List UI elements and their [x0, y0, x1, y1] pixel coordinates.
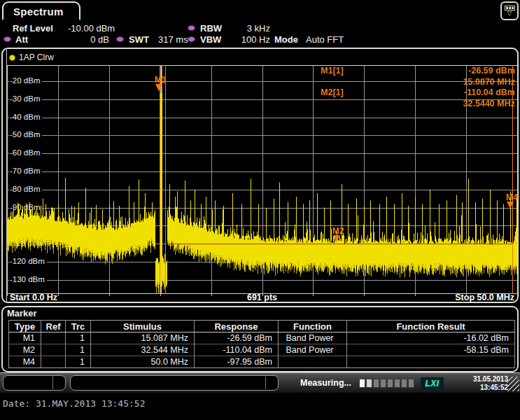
marker-arrow-icon: [507, 202, 514, 209]
mode-label: Mode: [274, 34, 298, 45]
marker-table-cell: M1: [9, 332, 41, 344]
readout-marker-freq: 32.5440 MHz: [463, 99, 515, 110]
marker-table-cell: 32.544 MHz: [91, 344, 195, 356]
progress-segment: [359, 379, 365, 388]
swt-value[interactable]: 317 ms: [158, 34, 188, 45]
marker-table-header: Type: [9, 321, 41, 332]
marker-table-row[interactable]: M1115.087 MHz-26.59 dBmBand Power-16.02 …: [9, 332, 515, 344]
x-tick: [517, 293, 518, 296]
marker-label: M1: [155, 76, 167, 84]
band-power-display-line: [165, 244, 512, 244]
marker-arrow-icon: [333, 235, 340, 242]
statusbar-time: 13:45:52: [473, 384, 508, 392]
progress-segment: [380, 379, 386, 388]
marker-table-cell: -58.15 dBm: [347, 344, 515, 356]
marker-table-cell: 15.087 MHz: [91, 332, 195, 344]
swt-label: SWT: [129, 34, 149, 45]
att-coupling-bullet: [3, 36, 11, 42]
chevron-down-icon: ▽: [507, 10, 512, 17]
m1-band-left-line: [160, 65, 160, 294]
progress-segment: [366, 379, 372, 388]
marker-table-cell: -16.02 dBm: [347, 332, 515, 344]
ref-level-label: Ref Level: [13, 23, 53, 34]
measuring-status: Measuring...: [300, 378, 351, 388]
sweep-progress-bar: [359, 379, 414, 388]
readout-marker-name: M1[1]: [321, 66, 344, 77]
plot-marker-m1[interactable]: M1: [155, 76, 167, 91]
marker-table-cell: -110.04 dBm: [195, 344, 279, 356]
ref-level-value[interactable]: -10.00 dBm: [68, 23, 115, 34]
trace-legend[interactable]: 1AP Clrw: [9, 52, 54, 63]
rbw-value[interactable]: 3 kHz: [231, 23, 270, 34]
trace1-label: 1AP Clrw: [19, 52, 54, 62]
att-value[interactable]: 0 dB: [42, 34, 109, 45]
readout-marker-freq: 15.0870 MHz: [463, 77, 515, 88]
swt-coupling-bullet: [116, 36, 124, 42]
marker-table-header: Response: [195, 321, 279, 332]
progress-segment: [408, 379, 414, 388]
marker-table-cell: [41, 356, 66, 368]
marker-table-cell: M2: [9, 344, 41, 356]
trace-canvas: [7, 65, 517, 294]
progress-segment: [401, 379, 407, 388]
marker-table-cell: Band Power: [279, 332, 347, 344]
marker-table-cell: 1: [66, 344, 91, 356]
statusbar-date: 31.05.2013: [473, 375, 508, 384]
statusbar-datetime: 31.05.2013 13:45:52: [473, 375, 508, 391]
marker-arrow-icon: [155, 84, 162, 91]
tab-spectrum[interactable]: Spectrum: [2, 1, 80, 20]
settings-header: Ref Level -10.00 dBm RBW 3 kHz Att 0 dB …: [0, 21, 520, 48]
marker-table-header: Stimulus: [91, 321, 195, 332]
mode-value[interactable]: Auto FFT: [306, 34, 344, 45]
marker-table-row[interactable]: M2132.544 MHz-110.04 dBmBand Power-58.15…: [9, 344, 515, 356]
plot-wrap: 1AP Clrw M1[1]-26.59 dBm15.0870 MHzM2[1]…: [6, 49, 518, 302]
readout-level-row: M2[1]-110.04 dBm: [463, 88, 515, 99]
progress-segment: [394, 379, 400, 388]
status-field-2[interactable]: [70, 375, 279, 391]
marker-table-header: Function Result: [347, 321, 515, 332]
marker-table: TypeRefTrcStimulusResponseFunctionFuncti…: [8, 320, 515, 368]
vbw-label: VBW: [200, 34, 221, 45]
marker-table-row[interactable]: M4150.0 MHz-97.95 dBm: [9, 356, 515, 368]
tab-title: Spectrum: [13, 6, 64, 18]
toolbar-toggle-button[interactable]: ▽: [500, 1, 519, 20]
readout-level-row: M1[1]-26.59 dBm: [463, 66, 515, 77]
marker-table-cell: 50.0 MHz: [91, 356, 195, 368]
status-field-1[interactable]: [3, 375, 66, 391]
progress-segment: [373, 379, 379, 388]
diagram-panel: 1AP Clrw M1[1]-26.59 dBm15.0870 MHzM2[1]…: [1, 48, 519, 303]
marker-table-cell: Band Power: [279, 344, 347, 356]
rbw-label: RBW: [200, 23, 222, 34]
marker-table-cell: [41, 344, 66, 356]
vbw-value[interactable]: 100 Hz: [231, 34, 270, 45]
marker-table-header: Ref: [41, 321, 66, 332]
lxi-logo: LXI: [425, 379, 439, 388]
readout-marker-name: M2[1]: [321, 88, 344, 99]
marker-table-header: Function: [279, 321, 347, 332]
marker-table-cell: 1: [66, 332, 91, 344]
marker-table-cell: -26.59 dBm: [195, 332, 279, 344]
plot-marker-m4[interactable]: M4: [506, 193, 517, 209]
plot-marker-m2[interactable]: M2: [332, 227, 344, 242]
marker-readout: M1[1]-26.59 dBm15.0870 MHzM2[1]-110.04 d…: [463, 66, 515, 109]
marker-label: M4: [506, 193, 517, 202]
m1-band-right-line: [165, 65, 166, 294]
marker-table-header: Trc: [66, 321, 91, 332]
marker-table-cell: M4: [9, 356, 41, 368]
marker-table-panel: Marker TypeRefTrcStimulusResponseFunctio…: [1, 306, 519, 372]
trace1-color-dot: [9, 55, 15, 61]
status-bar: Measuring... LXI 31.05.2013 13:45:52: [0, 372, 520, 393]
vbw-coupling-bullet: [188, 36, 195, 42]
marker-table-cell: [347, 356, 515, 368]
x-axis-stop[interactable]: Stop 50.0 MHz: [455, 293, 514, 302]
spectrum-plot[interactable]: M1[1]-26.59 dBm15.0870 MHzM2[1]-110.04 d…: [7, 65, 517, 294]
marker-table-cell: -97.95 dBm: [195, 356, 279, 368]
marker-panel-title: Marker: [7, 308, 37, 318]
marker-label: M2: [332, 227, 344, 235]
progress-segment: [387, 379, 393, 388]
resize-grip-icon: [507, 377, 519, 391]
lxi-indicator: LXI: [421, 377, 444, 389]
m1-marker-line: [161, 65, 162, 294]
rbw-coupling-bullet: [188, 25, 195, 31]
att-label: Att: [15, 34, 28, 45]
